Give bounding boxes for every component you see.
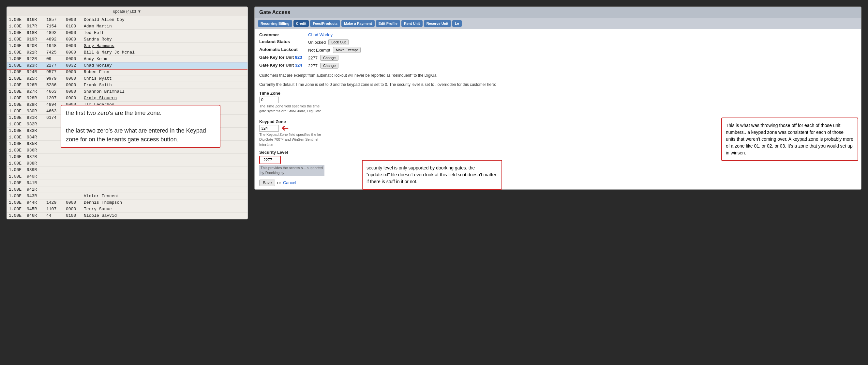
table-cell: Donald Allen Coy <box>82 17 247 23</box>
toolbar: Recurring BillingCreditFees/ProductsMake… <box>255 18 861 29</box>
table-cell: Craig Stovern <box>82 95 247 102</box>
time-zone-input[interactable] <box>259 96 279 103</box>
customer-link[interactable]: Chad Worley <box>308 32 333 37</box>
keypad-zone-input[interactable] <box>259 125 279 132</box>
table-cell: 946R <box>25 213 44 219</box>
table-cell: 0100 <box>64 23 82 30</box>
table-row: 1.00E926R52860000Frank Smith <box>7 82 247 88</box>
table-cell: 44 <box>44 213 64 219</box>
toolbar-btn-edit-profile[interactable]: Edit Profile <box>376 20 400 27</box>
table-cell: 0000 <box>64 199 82 206</box>
table-cell: 4663 <box>44 88 64 95</box>
table-cell: 1.00E <box>7 62 25 69</box>
toolbar-btn-credit[interactable]: Credit <box>293 20 309 27</box>
table-cell: 916R <box>25 17 44 23</box>
table-cell: 1948 <box>44 43 64 49</box>
left-panel: update (4).txt ▼ 1.00E916R18570000Donald… <box>6 6 248 219</box>
lock-out-button[interactable]: Lock Out <box>328 39 348 45</box>
toolbar-btn-make-a-payment[interactable]: Make a Payment <box>341 20 375 27</box>
toolbar-btn-rent-unit[interactable]: Rent Unit <box>401 20 423 27</box>
notice-text-span: Customers that are exempt from automatic… <box>259 73 436 78</box>
table-cell: 1.00E <box>7 36 25 43</box>
table-cell: Nicole Savvid <box>82 213 247 219</box>
annotation-time-zone: the first two zero's are the time zone. … <box>61 105 220 148</box>
gate-key-324-value: 2277 Change <box>308 63 857 68</box>
security-level-annotation: security level is only supported by door… <box>362 160 502 190</box>
table-row: 1.00E945R11070000Terry Sauve <box>7 206 247 213</box>
table-cell: 7154 <box>44 23 64 30</box>
gate-body: Customer Chad Worley Lockout Status Unlo… <box>255 29 861 189</box>
table-cell: 921R <box>25 49 44 56</box>
table-cell: 5286 <box>44 82 64 88</box>
security-level-box <box>259 156 281 164</box>
security-level-input[interactable] <box>262 157 278 163</box>
unit-324-link[interactable]: 324 <box>295 63 302 67</box>
table-row: 1.00E921R74250000Bill & Mary Jo Mcnal <box>7 49 247 56</box>
table-cell: Shannon Brimhall <box>82 88 247 95</box>
table-cell: Andy Keim <box>82 56 247 62</box>
table-row: 1.00E922R090000Andy Keim <box>7 56 247 62</box>
time-zone-label: Time Zone <box>259 91 857 96</box>
table-cell: 9577 <box>44 69 64 76</box>
table-row: 1.00E936R <box>7 147 247 154</box>
table-row: 1.00E939R <box>7 167 247 173</box>
table-cell: 1.00E <box>7 49 25 56</box>
toolbar-btn-fees/products[interactable]: Fees/Products <box>310 20 340 27</box>
auto-lockout-label: Automatic Lockout <box>259 47 305 53</box>
table-cell <box>82 167 247 173</box>
table-cell: 934R <box>25 134 44 141</box>
table-cell: 0000 <box>64 88 82 95</box>
table-cell: 1.00E <box>7 199 25 206</box>
annotation-line2: the last two zero's are what are entered… <box>66 127 206 143</box>
unit-923-link[interactable]: 923 <box>295 55 302 60</box>
table-cell <box>44 147 64 154</box>
table-cell: Adam Martin <box>82 23 247 30</box>
make-exempt-button[interactable]: Make Exempt <box>333 47 361 53</box>
toolbar-btn-reserve-unit[interactable]: Reserve Unit <box>424 20 451 27</box>
table-cell: 1429 <box>44 199 64 206</box>
table-cell: 932R <box>25 121 44 128</box>
table-cell: 928R <box>25 95 44 102</box>
table-cell: 0100 <box>64 213 82 219</box>
table-row: 1.00E918R48920000Ted Hoff <box>7 30 247 36</box>
gate-key-324-change-button[interactable]: Change <box>320 63 339 68</box>
table-cell: 0000 <box>64 43 82 49</box>
lockout-status-value: Unlocked Lock Out <box>308 39 857 45</box>
keypad-zone-annotation: This is what was throwing those off for … <box>721 117 858 161</box>
table-row: 1.00E917R71540100Adam Martin <box>7 23 247 30</box>
table-cell: 09 <box>44 56 64 62</box>
table-cell: 1.00E <box>7 154 25 160</box>
table-cell: 1.00E <box>7 167 25 173</box>
file-title: update (4).txt <box>113 9 136 14</box>
save-button[interactable]: Save <box>259 179 275 186</box>
table-cell: 1.00E <box>7 82 25 88</box>
table-cell: 922R <box>25 56 44 62</box>
table-cell <box>44 154 64 160</box>
table-cell: 1.00E <box>7 134 25 141</box>
gate-key-923-change-button[interactable]: Change <box>320 55 339 61</box>
table-cell: 1.00E <box>7 187 25 193</box>
table-cell <box>64 167 82 173</box>
table-cell: 0000 <box>64 206 82 213</box>
table-cell: 1.00E <box>7 69 25 76</box>
table-cell: 1.00E <box>7 102 25 108</box>
table-row: 1.00E944R14290000Dennis Thompson <box>7 199 247 206</box>
cancel-link[interactable]: Cancel <box>283 180 296 185</box>
table-row: 1.00E946R440100Nicole Savvid <box>7 213 247 219</box>
lockout-status-label: Lockout Status <box>259 39 305 45</box>
table-cell: 924R <box>25 69 44 76</box>
table-row: 1.00E928R12070000Craig Stovern <box>7 95 247 102</box>
table-cell: 0000 <box>64 76 82 82</box>
time-zone-row: The Time Zone field specifies the time g… <box>259 96 857 114</box>
table-cell <box>82 187 247 193</box>
table-cell <box>82 147 247 154</box>
table-cell: 1.00E <box>7 193 25 199</box>
table-row: 1.00E919R48920000Sandra Roby <box>7 36 247 43</box>
right-panel: Gate Access Recurring BillingCreditFees/… <box>254 6 862 190</box>
table-cell: 917R <box>25 23 44 30</box>
table-cell: 944R <box>25 199 44 206</box>
toolbar-btn-le[interactable]: Le <box>452 20 462 27</box>
table-row: 1.00E923R22770032Chad Worley <box>7 62 247 69</box>
security-level-desc: This provides the access s... supported … <box>259 165 324 176</box>
toolbar-btn-recurring-billing[interactable]: Recurring Billing <box>258 20 292 27</box>
